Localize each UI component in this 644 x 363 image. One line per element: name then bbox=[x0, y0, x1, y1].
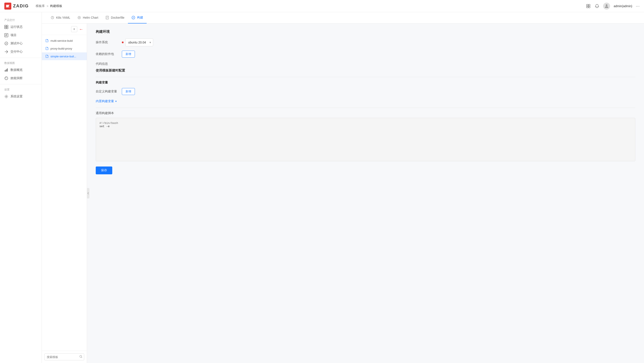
collapse-handle[interactable] bbox=[87, 188, 90, 198]
sidebar-item-data-overview[interactable]: 数据概览 bbox=[0, 66, 42, 74]
header-left: ZADIG 模板库 > 构建模板 bbox=[4, 2, 62, 9]
header-right: admin(admin) ⋯ bbox=[586, 2, 640, 9]
tab-dockerfile[interactable]: Dockerfile bbox=[102, 12, 128, 23]
os-select[interactable]: ubuntu 20.04 ubuntu 18.04 ubuntu 16.04 bbox=[125, 38, 153, 46]
sidebar: 产品交付 运行状态 项目 bbox=[0, 12, 42, 363]
breadcrumb-current: 构建模板 bbox=[50, 4, 62, 8]
save-button[interactable]: 保存 bbox=[96, 166, 112, 174]
os-status-dot bbox=[122, 41, 124, 43]
template-name-2: proxy-build-proxy bbox=[50, 47, 72, 50]
os-select-wrap: ubuntu 20.04 ubuntu 18.04 ubuntu 16.04 ▾ bbox=[125, 38, 153, 46]
svg-rect-8 bbox=[4, 27, 6, 29]
helm-chart-icon bbox=[77, 16, 81, 19]
script-line-1: #!/bin/bash bbox=[100, 121, 632, 125]
layout-icon[interactable] bbox=[586, 3, 591, 9]
svg-rect-3 bbox=[586, 6, 588, 8]
label-deps: 依赖的软件包 bbox=[96, 52, 122, 56]
template-name-1: multi-service-buld bbox=[50, 39, 73, 42]
template-item-2[interactable]: proxy-build-proxy bbox=[42, 44, 87, 52]
dockerfile-icon bbox=[105, 16, 109, 19]
builtin-vars-toggle[interactable]: 内置构建变量 ▾ bbox=[96, 99, 635, 103]
svg-rect-13 bbox=[6, 69, 6, 71]
add-template-button[interactable]: + bbox=[71, 26, 77, 32]
search-icon[interactable] bbox=[80, 355, 82, 359]
data-overview-icon bbox=[4, 68, 8, 72]
run-status-icon bbox=[4, 25, 8, 29]
builtin-vars-label: 内置构建变量 bbox=[96, 99, 114, 103]
add-var-button[interactable]: 新增 bbox=[122, 88, 135, 95]
section-title-build-env: 构建环境 bbox=[96, 29, 635, 34]
control-deps: 新增 bbox=[122, 51, 635, 58]
os-select-row: ubuntu 20.04 ubuntu 18.04 ubuntu 16.04 ▾ bbox=[122, 38, 635, 46]
template-list: multi-service-buld proxy-build-proxy bbox=[42, 35, 87, 351]
settings-icon bbox=[4, 94, 8, 98]
add-dep-button[interactable]: 新增 bbox=[122, 51, 135, 58]
tab-build[interactable]: 构建 bbox=[128, 12, 147, 23]
template-item-3[interactable]: simple-service-buil... bbox=[42, 52, 87, 60]
logo-text: ZADIG bbox=[13, 3, 29, 8]
svg-rect-4 bbox=[588, 6, 590, 8]
build-icon bbox=[132, 16, 135, 19]
content-area: K8s YAML Helm Chart Dockerfile bbox=[42, 12, 644, 363]
section-label-settings: 设置 bbox=[0, 86, 42, 92]
sidebar-label-run-status: 运行状态 bbox=[10, 25, 23, 29]
svg-rect-1 bbox=[586, 4, 588, 6]
right-panel: 构建环境 操作系统 ubuntu 20.04 ubuntu 18.04 bbox=[87, 23, 644, 363]
tab-k8s-yaml[interactable]: K8s YAML bbox=[47, 12, 74, 23]
search-input[interactable] bbox=[44, 354, 84, 361]
sidebar-item-test[interactable]: 测试中心 bbox=[0, 39, 42, 48]
tab-helm-chart[interactable]: Helm Chart bbox=[74, 12, 102, 23]
left-panel-header: + ← bbox=[42, 23, 87, 35]
main-layout: 产品交付 运行状态 项目 bbox=[0, 12, 644, 363]
form-row-deps: 依赖的软件包 新增 bbox=[96, 51, 635, 58]
config-tip: 使用模板新建时配置 bbox=[96, 68, 635, 73]
code-info-label: 代码信息 bbox=[96, 62, 635, 66]
sidebar-item-sys-settings[interactable]: 系统设置 bbox=[0, 92, 42, 101]
left-panel-footer bbox=[42, 351, 87, 363]
sidebar-label-data-overview: 数据概览 bbox=[10, 68, 23, 72]
svg-point-11 bbox=[5, 42, 8, 45]
sidebar-item-run-status[interactable]: 运行状态 bbox=[0, 23, 42, 31]
avatar bbox=[603, 2, 610, 9]
divider-1 bbox=[96, 77, 635, 77]
search-input-wrap bbox=[44, 354, 84, 361]
template-item[interactable]: multi-service-buld bbox=[42, 37, 87, 44]
form-row-custom-vars: 自定义构建变量 新增 bbox=[96, 88, 635, 95]
template-file-icon-2 bbox=[45, 47, 49, 50]
sidebar-item-projects[interactable]: 项目 bbox=[0, 31, 42, 39]
sidebar-label-delivery: 交付中心 bbox=[10, 50, 23, 54]
logo-icon bbox=[4, 2, 11, 9]
svg-rect-9 bbox=[6, 27, 8, 29]
build-vars-title: 构建变量 bbox=[96, 81, 635, 84]
template-file-icon-1 bbox=[45, 39, 49, 42]
control-custom-vars: 新增 bbox=[122, 88, 635, 95]
section-label-product: 产品交付 bbox=[0, 16, 42, 23]
svg-point-5 bbox=[606, 4, 608, 6]
more-icon[interactable]: ⋯ bbox=[636, 4, 640, 8]
control-os: ubuntu 20.04 ubuntu 18.04 ubuntu 16.04 ▾ bbox=[122, 38, 635, 46]
sidebar-item-delivery[interactable]: 交付中心 bbox=[0, 48, 42, 56]
svg-rect-2 bbox=[588, 4, 590, 6]
code-editor[interactable]: #!/bin/bash set -e bbox=[96, 118, 635, 161]
template-name-3: simple-service-buil... bbox=[50, 55, 76, 58]
script-line-2: set -e bbox=[100, 125, 632, 128]
breadcrumb-root: 模板库 bbox=[36, 4, 45, 8]
sidebar-item-perf[interactable]: 效能洞察 bbox=[0, 74, 42, 82]
section-label-data: 数据视图 bbox=[0, 59, 42, 66]
user-name: admin(admin) bbox=[614, 4, 632, 8]
template-file-icon-3 bbox=[45, 54, 49, 58]
svg-rect-14 bbox=[7, 68, 8, 71]
perf-icon bbox=[4, 76, 8, 80]
svg-point-16 bbox=[6, 96, 7, 97]
label-os: 操作系统 bbox=[96, 40, 122, 44]
breadcrumb: 模板库 > 构建模板 bbox=[36, 4, 62, 8]
logo: ZADIG bbox=[4, 2, 29, 9]
svg-rect-7 bbox=[6, 25, 8, 27]
header: ZADIG 模板库 > 构建模板 bbox=[0, 0, 644, 12]
svg-rect-6 bbox=[4, 25, 6, 27]
left-panel: + ← multi-service-buld bbox=[42, 23, 87, 363]
delivery-icon bbox=[4, 50, 8, 54]
bell-icon[interactable] bbox=[594, 3, 600, 9]
breadcrumb-separator: > bbox=[46, 4, 48, 8]
sidebar-label-sys-settings: 系统设置 bbox=[10, 94, 23, 98]
